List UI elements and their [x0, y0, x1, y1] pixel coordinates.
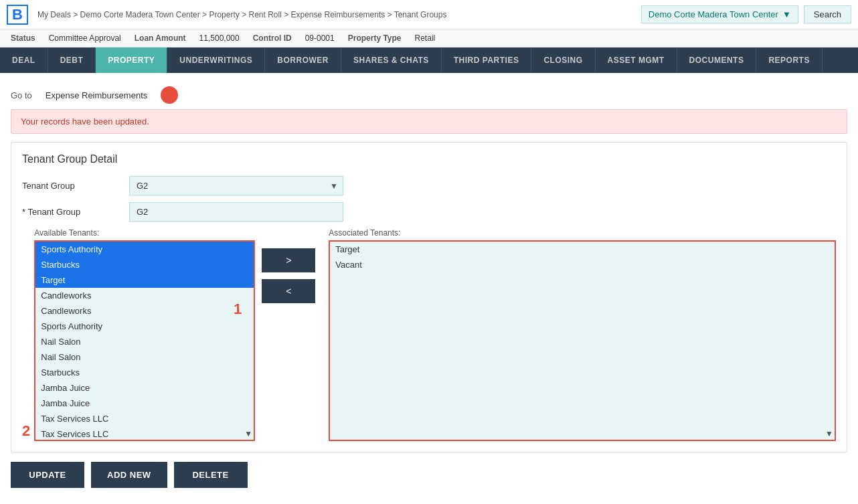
tab-reports[interactable]: REPORTS	[756, 48, 823, 73]
property-type-label: Property Type	[348, 33, 402, 43]
available-tenants-box-wrapper: Sports AuthorityStarbucksTargetCandlewor…	[34, 240, 255, 441]
annotation-2-badge: 2	[22, 422, 30, 440]
list-item[interactable]: Starbucks	[35, 257, 254, 272]
property-selector-text: Demo Corte Madera Town Center	[649, 9, 778, 19]
tab-deal[interactable]: DEAL	[0, 48, 48, 73]
section-card: Tenant Group Detail Tenant Group G2 ▼ * …	[11, 142, 847, 452]
associated-tenants-label: Associated Tenants:	[329, 228, 836, 238]
available-tenants-section: 2 Available Tenants: Sports AuthoritySta…	[22, 228, 255, 441]
list-item[interactable]: Nail Salon	[35, 349, 254, 365]
delete-button[interactable]: DELETE	[174, 462, 248, 488]
list-item[interactable]: Tax Services LLC	[35, 426, 254, 441]
tab-underwritings[interactable]: UNDERWRITINGS	[167, 48, 265, 73]
tenant-group-row: Tenant Group G2 ▼	[22, 176, 836, 195]
associated-tenants-box-wrapper: TargetVacant ▼	[329, 240, 836, 441]
property-type-value: Retail	[415, 33, 436, 43]
chevron-down-icon: ▼	[782, 9, 791, 19]
list-item[interactable]: Target	[330, 242, 835, 257]
tenant-group-input-row: * Tenant Group	[22, 202, 836, 222]
goto-link[interactable]: Expense Reimbursements	[46, 90, 147, 100]
property-selector[interactable]: Demo Corte Madera Town Center ▼	[641, 5, 798, 23]
list-item[interactable]: Vacant	[330, 257, 835, 272]
available-tenants-container: Available Tenants: Sports AuthorityStarb…	[34, 228, 255, 441]
associated-tenants-container: Associated Tenants: TargetVacant ▼	[329, 228, 836, 441]
list-item[interactable]: Sports Authority	[35, 319, 254, 334]
status-bar: Status Committee Approval Loan Amount 11…	[0, 29, 858, 48]
associated-tenants-list[interactable]: TargetVacant	[329, 240, 836, 441]
list-item[interactable]: Starbucks	[35, 365, 254, 380]
list-item[interactable]: Candleworks	[35, 288, 254, 303]
loan-amount-label: Loan Amount	[135, 33, 186, 43]
list-item[interactable]: Jamba Juice	[35, 380, 254, 396]
goto-label: Go to	[11, 90, 32, 100]
step3-badge: 3	[161, 86, 178, 104]
list-item[interactable]: Tax Services LLC	[35, 411, 254, 426]
tab-closing[interactable]: CLOSING	[531, 48, 595, 73]
transfer-buttons: > <	[255, 248, 322, 303]
nav-tabs: DEAL DEBT PROPERTY UNDERWRITINGS BORROWE…	[0, 48, 858, 73]
bottom-bar: UPDATE ADD NEW DELETE	[11, 452, 847, 497]
list-item[interactable]: Nail Salon	[35, 334, 254, 349]
tenant-group-label: Tenant Group	[22, 181, 129, 191]
add-tenant-button[interactable]: >	[262, 248, 315, 272]
available-tenants-label: Available Tenants:	[34, 228, 255, 238]
main-content: Go to Expense Reimbursements 3 Your reco…	[0, 73, 858, 504]
tenant-group-required-label: * Tenant Group	[22, 207, 129, 217]
tab-borrower[interactable]: BORROWER	[265, 48, 341, 73]
logo: B	[7, 5, 28, 25]
control-id-label: Control ID	[253, 33, 292, 43]
tenant-group-input[interactable]	[129, 202, 343, 222]
list-item[interactable]: Jamba Juice	[35, 396, 254, 411]
remove-tenant-button[interactable]: <	[262, 279, 315, 303]
add-new-button[interactable]: ADD NEW	[91, 462, 167, 488]
alert-banner: Your records have been updated.	[11, 109, 847, 134]
assoc-scroll-down-icon: ▼	[825, 429, 833, 438]
update-button[interactable]: UPDATE	[11, 462, 84, 488]
breadcrumb: My Deals > Demo Corte Madera Town Center…	[37, 10, 641, 19]
control-id-value: 09-0001	[305, 33, 335, 43]
tab-third-parties[interactable]: THIRD PARTIES	[442, 48, 532, 73]
tab-debt[interactable]: DEBT	[48, 48, 96, 73]
top-bar: B My Deals > Demo Corte Madera Town Cent…	[0, 0, 858, 29]
tenant-group-select-wrapper: G2 ▼	[129, 176, 343, 195]
status-value: Committee Approval	[49, 33, 121, 43]
goto-bar: Go to Expense Reimbursements 3	[11, 81, 847, 109]
loan-amount-value: 11,500,000	[199, 33, 240, 43]
list-item[interactable]: Candleworks	[35, 303, 254, 319]
scroll-down-icon: ▼	[244, 429, 252, 438]
tab-property[interactable]: PROPERTY	[96, 48, 167, 73]
list-item[interactable]: Target	[35, 272, 254, 288]
section-title: Tenant Group Detail	[22, 153, 836, 165]
tab-documents[interactable]: DOCUMENTS	[677, 48, 757, 73]
tab-shares-chats[interactable]: SHARES & CHATS	[341, 48, 442, 73]
search-button[interactable]: Search	[804, 5, 851, 23]
annotation-1-badge: 1	[234, 301, 242, 318]
tab-asset-mgmt[interactable]: ASSET MGMT	[596, 48, 677, 73]
available-tenants-list[interactable]: Sports AuthorityStarbucksTargetCandlewor…	[34, 240, 255, 441]
list-item[interactable]: Sports Authority	[35, 242, 254, 257]
status-label: Status	[11, 33, 35, 43]
tenant-group-select[interactable]: G2	[129, 176, 343, 195]
tenant-lists-area: 2 Available Tenants: Sports AuthoritySta…	[22, 228, 836, 441]
